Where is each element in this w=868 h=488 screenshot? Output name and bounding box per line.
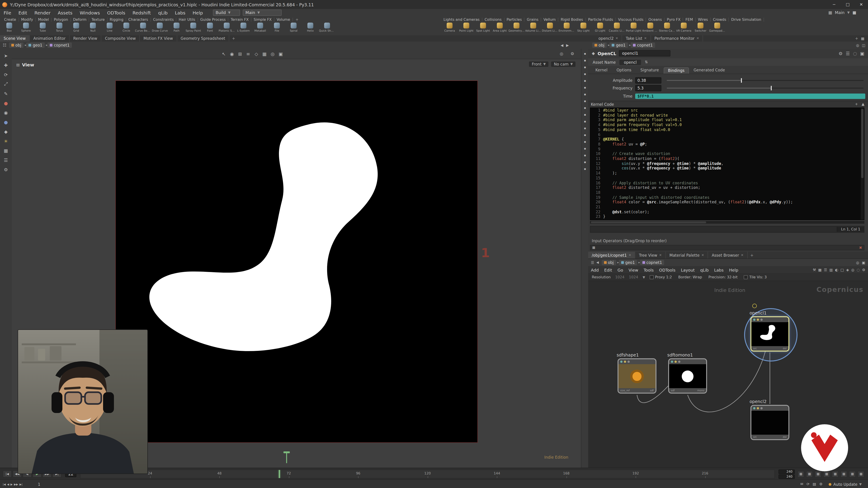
menu-windows[interactable]: Windows [76, 10, 103, 15]
eye-icon[interactable]: ◎ [851, 268, 855, 272]
shelf-tab-deform[interactable]: Deform [71, 18, 89, 22]
network-menu-help[interactable]: Help [726, 268, 741, 272]
split-icon[interactable]: ◫ [862, 43, 865, 47]
columns-icon[interactable]: ▥ [829, 268, 833, 272]
menu-edit[interactable]: Edit [15, 10, 31, 15]
breadcrumb-item-obj[interactable]: obj [592, 42, 607, 48]
shelf-tool-vr-camera[interactable]: VR Camera [675, 23, 692, 35]
menu-odtools[interactable]: ODTools [103, 10, 129, 15]
close-tab-icon[interactable]: ✕ [741, 253, 743, 257]
shelf-tool-platonic-solids[interactable]: Platonic Solids [218, 23, 235, 35]
shelf-tab-particles[interactable]: Particles [504, 18, 524, 22]
shelf-tab-constraints[interactable]: Constraints [151, 18, 176, 22]
shelf-tab-oceans[interactable]: Oceans [646, 18, 665, 22]
gear-icon[interactable]: ⚙ [839, 51, 843, 56]
display-flag-icon[interactable] [752, 304, 757, 308]
keyframe-icon[interactable]: ▦ [798, 470, 804, 477]
param-tab-signature[interactable]: Signature [636, 67, 663, 74]
snap-multi-icon[interactable]: ≡ [244, 51, 252, 56]
shelf-tab-modify[interactable]: Modify [19, 18, 36, 22]
shelf-tool-geometry-light[interactable]: Geometry Light [508, 23, 525, 35]
top-icon[interactable]: ▪ [582, 58, 588, 63]
network-menu-layout[interactable]: Layout [678, 268, 698, 272]
sphere-blue-icon[interactable]: ● [2, 119, 9, 125]
camera-lock-icon[interactable]: ◎ [269, 51, 277, 56]
back-arrow-icon[interactable]: ◀ [561, 43, 563, 47]
add-icon[interactable]: + [855, 102, 858, 106]
shelf-tab-simple-fx[interactable]: Simple FX [251, 18, 274, 22]
search-icon[interactable]: ◌ [853, 51, 857, 56]
menu-assets[interactable]: Assets [54, 10, 76, 15]
tab--obj-geo1-copnet1[interactable]: /obj/geo1/copnet1✕ [588, 252, 636, 258]
global-anim-icon[interactable]: ▦ [840, 470, 847, 477]
shelf-tool-gamepad-camera[interactable]: Gamepad Camera [709, 23, 725, 35]
shelf-tab-volume[interactable]: Volume [274, 18, 293, 22]
breadcrumb-item-obj[interactable]: obj [601, 260, 616, 265]
resolution-x[interactable]: 1024 [615, 275, 625, 279]
chevron-down-icon[interactable]: ▼ [643, 275, 645, 279]
shelf-tool-gi-light[interactable]: GI Light [592, 23, 609, 35]
checkbox-icon[interactable] [650, 275, 654, 279]
shelf-tool-torus[interactable]: Torus [51, 23, 68, 35]
shelf-tab-characters[interactable]: Characters [126, 18, 151, 22]
title-bar[interactable]: Y:/Dyne Dropbox/cd/work/dmstk_ai/8_houdi… [0, 0, 868, 9]
view-direction-dropdown[interactable]: Front▼ [529, 61, 549, 67]
grid-toggle-icon[interactable]: ▪ [582, 112, 588, 117]
tab-performance-monitor[interactable]: Performance Monitor✕ [651, 35, 703, 41]
shelf-tool-spot-light[interactable]: Spot Light [475, 23, 491, 35]
tab-composite-view[interactable]: Composite View [101, 35, 140, 41]
node-flag-icon[interactable] [678, 361, 680, 363]
pane-layout-icon[interactable]: ☷ [0, 43, 9, 47]
menu-icon[interactable]: ☰ [591, 260, 594, 265]
light-icon[interactable]: ▪ [582, 119, 588, 124]
shelf-tab-lights-and-cameras[interactable]: Lights and Cameras [441, 18, 483, 22]
node-flag-icon[interactable] [624, 361, 626, 363]
dopesheet-icon[interactable]: ▦ [858, 470, 864, 477]
network-menu-qlib[interactable]: qLib [698, 268, 711, 272]
viewport-playhead-marker[interactable] [283, 451, 290, 463]
wrench-icon[interactable]: ⚒ [813, 268, 816, 272]
paint-red-icon[interactable]: ● [2, 100, 9, 106]
shelf-tab-particle-fluids[interactable]: Particle Fluids [586, 18, 616, 22]
node-flag-icon[interactable] [627, 361, 630, 363]
shelf-tab-pyro-fx[interactable]: Pyro FX [664, 18, 683, 22]
desktop-selector[interactable]: Build▼ [213, 9, 240, 16]
shelf-tool-circle[interactable]: Circle [118, 23, 135, 35]
shelf-tab-fem[interactable]: FEM [683, 18, 696, 22]
node-sdftomono1[interactable]: sdfmono [668, 358, 707, 394]
sim-cache-icon[interactable]: ▦ [832, 470, 839, 477]
info-icon[interactable]: ▪ [582, 160, 588, 164]
network-menu-tools[interactable]: Tools [641, 268, 656, 272]
timeline-ruler[interactable]: 24487296120144168192216 [80, 469, 775, 479]
goto-start-icon[interactable]: |◀ [3, 470, 12, 478]
shelf-tab-rigid-bodies[interactable]: Rigid Bodies [558, 18, 586, 22]
shelf-tool-draw-curve[interactable]: Draw Curve [151, 23, 168, 35]
mirror-icon[interactable]: ▪ [582, 133, 588, 137]
node-opencl1[interactable]: srcdst [750, 316, 789, 352]
slider-handle[interactable] [771, 86, 772, 90]
cook-icon[interactable]: ⟳ [807, 482, 809, 486]
shelf-tool-sky-light[interactable]: Sky Light [575, 23, 592, 35]
pane-split-icon[interactable]: ▦ [861, 35, 864, 41]
kernel-code-section[interactable]: Kernel Code + ▲ [588, 101, 868, 107]
shelf-tool-helix[interactable]: Helix [302, 23, 319, 35]
tab-asset-browser[interactable]: Asset Browser✕ [708, 252, 748, 258]
shelf-tool-point-light[interactable]: Point Light [458, 23, 475, 35]
cursor-icon[interactable]: ↖ [220, 51, 228, 56]
shelf-tool-quick-shapes[interactable]: Quick Shapes [319, 23, 336, 35]
maximize-button[interactable]: □ [841, 0, 855, 9]
snapshot-icon[interactable]: ▣ [862, 260, 865, 265]
magnet-icon[interactable]: ◉ [2, 109, 9, 116]
message-icon[interactable]: ✉ [800, 482, 803, 486]
shelf-tab-wires[interactable]: Wires [696, 18, 711, 22]
shelf-tool-spray-paint[interactable]: Spray Paint [185, 23, 202, 35]
shelf-tab-polygon[interactable]: Polygon [52, 18, 71, 22]
settings-icon[interactable]: ⚙ [568, 52, 577, 56]
code-vertical-scrollbar[interactable] [861, 108, 864, 220]
global-end-frame-field[interactable]: 240 [778, 474, 795, 479]
lock-icon[interactable]: ■ [852, 10, 856, 15]
breadcrumb-item-geo1[interactable]: geo1 [26, 42, 44, 48]
shelf-tool-caustic-light[interactable]: Caustic Light [609, 23, 625, 35]
sliders-icon[interactable]: ☰ [846, 51, 850, 56]
onion-icon[interactable]: ▪ [582, 147, 588, 151]
